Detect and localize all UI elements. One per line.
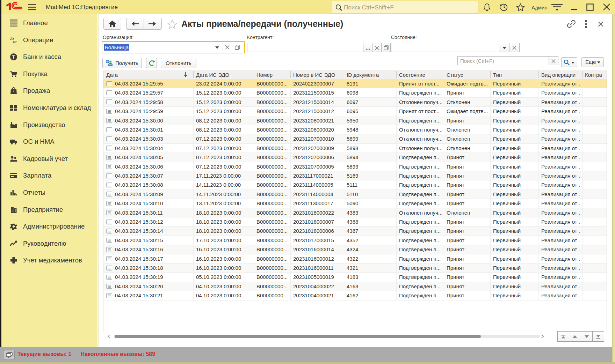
- svg-text:Дт: Дт: [10, 36, 14, 40]
- svg-text:Кт: Кт: [13, 40, 17, 44]
